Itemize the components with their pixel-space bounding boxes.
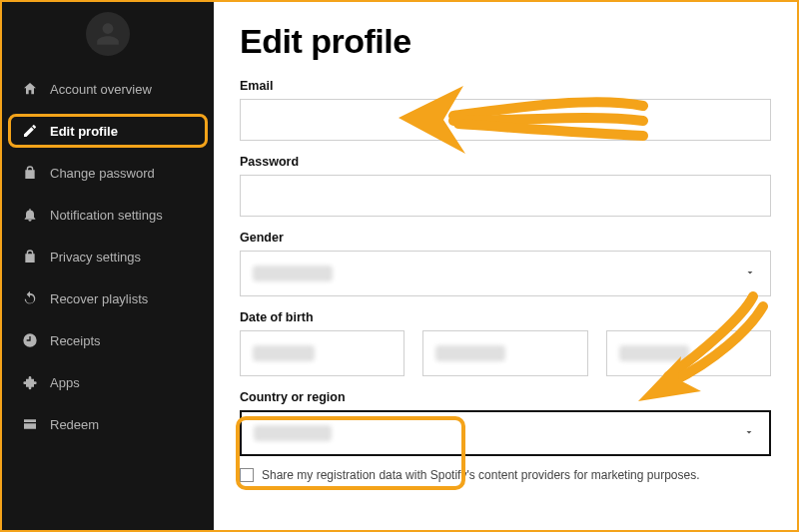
dob-day-value-redacted	[435, 345, 505, 361]
password-input[interactable]	[240, 175, 771, 217]
password-field-group: Password	[240, 155, 771, 217]
dob-month-select[interactable]	[240, 330, 404, 376]
page-title: Edit profile	[240, 22, 771, 61]
gender-label: Gender	[240, 231, 771, 245]
country-select[interactable]	[240, 410, 771, 456]
sidebar: Account overview Edit profile Change pas…	[2, 2, 214, 530]
share-data-row: Share my registration data with Spotify'…	[240, 468, 771, 482]
sidebar-item-change-password[interactable]: Change password	[2, 152, 214, 194]
dob-day-input[interactable]	[422, 330, 587, 376]
dob-row	[240, 330, 771, 376]
sidebar-item-recover-playlists[interactable]: Recover playlists	[2, 277, 214, 319]
sidebar-item-label: Account overview	[50, 82, 152, 97]
sidebar-item-label: Redeem	[50, 417, 99, 432]
main-content: Edit profile Email Password Gender Date …	[214, 2, 797, 530]
dob-label: Date of birth	[240, 310, 771, 324]
pencil-icon	[22, 123, 38, 139]
gender-select[interactable]	[240, 251, 771, 296]
sidebar-item-label: Edit profile	[50, 124, 118, 139]
email-field-group: Email	[240, 79, 771, 141]
email-label: Email	[240, 79, 771, 93]
user-icon	[95, 21, 121, 47]
chevron-down-icon	[743, 424, 755, 442]
dob-month-value-redacted	[253, 345, 315, 361]
sidebar-item-label: Apps	[50, 375, 80, 390]
email-input[interactable]	[240, 99, 771, 141]
country-value-redacted	[254, 425, 332, 441]
country-label: Country or region	[240, 390, 771, 404]
avatar-container	[2, 2, 214, 64]
avatar[interactable]	[86, 12, 130, 56]
sidebar-item-label: Recover playlists	[50, 291, 148, 306]
sidebar-item-label: Privacy settings	[50, 250, 141, 265]
sidebar-item-apps[interactable]: Apps	[2, 361, 214, 403]
dob-year-input[interactable]	[606, 330, 771, 376]
sidebar-item-label: Notification settings	[50, 208, 163, 223]
sidebar-item-privacy-settings[interactable]: Privacy settings	[2, 236, 214, 277]
sidebar-item-label: Change password	[50, 166, 155, 181]
puzzle-icon	[22, 374, 38, 390]
sidebar-item-label: Receipts	[50, 333, 101, 348]
clock-icon	[22, 332, 38, 348]
bell-icon	[22, 207, 38, 223]
password-label: Password	[240, 155, 771, 169]
sidebar-item-receipts[interactable]: Receipts	[2, 319, 214, 361]
gender-value-redacted	[253, 266, 333, 281]
gender-field-group: Gender	[240, 231, 771, 296]
lock-icon	[22, 249, 38, 265]
sidebar-item-edit-profile[interactable]: Edit profile	[2, 110, 214, 152]
sidebar-nav: Account overview Edit profile Change pas…	[2, 68, 214, 445]
sidebar-item-redeem[interactable]: Redeem	[2, 403, 214, 445]
share-data-label: Share my registration data with Spotify'…	[262, 468, 700, 482]
share-data-checkbox[interactable]	[240, 468, 254, 482]
dob-year-value-redacted	[619, 345, 689, 361]
app-root: Account overview Edit profile Change pas…	[0, 0, 799, 532]
card-icon	[22, 416, 38, 432]
dob-field-group: Date of birth	[240, 310, 771, 376]
home-icon	[22, 81, 38, 97]
country-field-group: Country or region	[240, 390, 771, 456]
refresh-icon	[22, 290, 38, 306]
sidebar-item-account-overview[interactable]: Account overview	[2, 68, 214, 110]
lock-icon	[22, 165, 38, 181]
sidebar-item-notification-settings[interactable]: Notification settings	[2, 194, 214, 236]
chevron-down-icon	[744, 265, 756, 282]
